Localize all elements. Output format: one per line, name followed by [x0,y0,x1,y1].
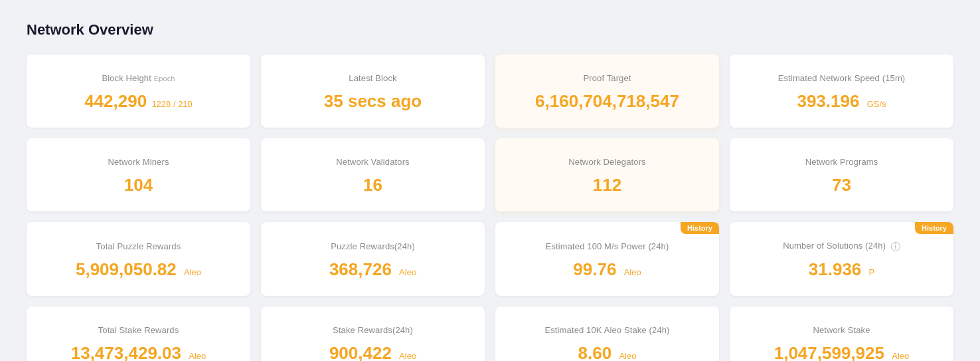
card-label-solutions-24h: Number of Solutions (24h) i [783,241,900,251]
card-value-stake-rewards-24h: 900,422 Aleo [329,343,416,361]
card-label-latest-block: Latest Block [349,73,396,83]
card-value-proof-target: 6,160,704,718,547 [535,91,679,112]
history-badge-solutions[interactable]: History [915,222,953,234]
card-label-estimated-power: Estimated 100 M/s Power (24h) [546,241,669,251]
card-label-total-stake-rewards: Total Stake Rewards [98,325,179,335]
stats-grid: Block Height Epoch 442,290 1228 / 210 La… [27,55,953,361]
card-network-miners: Network Miners 104 [27,138,250,211]
card-total-stake-rewards: Total Stake Rewards 13,473,429.03 Aleo [27,306,250,361]
card-label-network-stake: Network Stake [813,325,870,335]
history-badge-power[interactable]: History [681,222,719,234]
card-value-network-miners: 104 [124,175,153,195]
card-value-latest-block: 35 secs ago [324,91,422,112]
card-latest-block: Latest Block 35 secs ago [261,55,485,128]
card-value-network-stake: 1,047,599,925 Aleo [774,343,910,361]
card-network-programs: Network Programs 73 [730,138,953,211]
epoch-label: Epoch [154,74,175,82]
card-network-stake: Network Stake 1,047,599,925 Aleo [730,306,953,361]
card-label-estimated-stake: Estimated 10K Aleo Stake (24h) [544,325,669,335]
card-value-total-stake-rewards: 13,473,429.03 Aleo [71,343,206,361]
card-value-network-validators: 16 [363,175,382,195]
page-title: Network Overview [27,21,953,39]
card-label-network-delegators: Network Delegators [568,157,646,167]
info-icon-solutions[interactable]: i [891,242,900,251]
card-label-network-speed: Estimated Network Speed (15m) [778,73,906,83]
card-value-solutions-24h: 31.936 P [809,259,874,280]
card-value-network-delegators: 112 [593,175,621,195]
card-label-stake-rewards-24h: Stake Rewards(24h) [333,325,413,335]
card-estimated-power: History Estimated 100 M/s Power (24h) 99… [495,222,719,296]
card-solutions-24h: History Number of Solutions (24h) i 31.9… [730,222,953,296]
card-label-proof-target: Proof Target [583,73,631,83]
card-estimated-stake: Estimated 10K Aleo Stake (24h) 8.60 Aleo [495,306,719,361]
card-block-height: Block Height Epoch 442,290 1228 / 210 [27,55,250,128]
card-label-network-programs: Network Programs [805,157,878,167]
card-network-speed: Estimated Network Speed (15m) 393.196 GS… [730,55,953,128]
card-label-block-height: Block Height Epoch [102,73,175,83]
card-label-total-puzzle-rewards: Total Puzzle Rewards [96,241,181,251]
card-value-block-height: 442,290 1228 / 210 [84,91,193,112]
card-value-estimated-stake: 8.60 Aleo [578,343,637,361]
card-value-total-puzzle-rewards: 5,909,050.82 Aleo [76,259,201,280]
card-network-validators: Network Validators 16 [261,138,485,211]
card-label-puzzle-rewards-24h: Puzzle Rewards(24h) [331,241,415,251]
card-value-network-speed: 393.196 GS/s [797,91,886,112]
card-label-network-miners: Network Miners [108,157,169,167]
card-network-delegators: Network Delegators 112 [495,138,719,211]
card-puzzle-rewards-24h: Puzzle Rewards(24h) 368,726 Aleo [261,222,485,296]
card-label-network-validators: Network Validators [336,157,409,167]
card-stake-rewards-24h: Stake Rewards(24h) 900,422 Aleo [261,306,485,361]
card-proof-target: Proof Target 6,160,704,718,547 [495,55,719,128]
card-value-puzzle-rewards-24h: 368,726 Aleo [329,259,416,280]
card-value-estimated-power: 99.76 Aleo [573,259,641,280]
card-value-network-programs: 73 [832,175,851,195]
card-total-puzzle-rewards: Total Puzzle Rewards 5,909,050.82 Aleo [27,222,250,296]
